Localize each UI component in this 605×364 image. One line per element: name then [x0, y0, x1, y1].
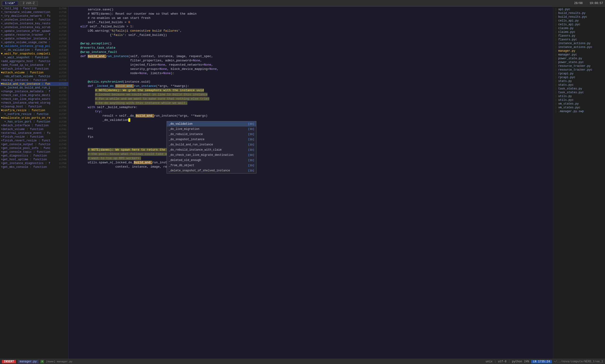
sidebar-item[interactable]: +detach_interface : function|1740 [0, 124, 68, 128]
file-list-item[interactable]: |stats.pyc [553, 83, 605, 87]
file-list-item[interactable]: |instance_actions.py [553, 41, 605, 45]
autocomplete-item[interactable]: _delete_snapshot_of_shelved_instance[ID] [167, 168, 256, 173]
sidebar-item[interactable]: +detach_volume : function|1741 [0, 128, 68, 131]
sidebar-item[interactable]: +_has_sriov_port : function|1739 [0, 120, 68, 124]
sidebar-item[interactable]: ▼deallocate_sriov_ports_on_re|1738 [0, 116, 68, 120]
sidebar-item[interactable]: ▼confirm_resize : function|1736 [0, 109, 68, 112]
sidebar-item[interactable]: +get_host_uptime : function|1749 [0, 158, 68, 161]
file-list-item[interactable]: |rpcapi.pyc [553, 76, 605, 79]
sidebar-item[interactable]: +get_console_topic : function|1747 [0, 150, 68, 154]
sidebar-item[interactable]: +_wait_snapshot : function|1722 [0, 56, 68, 60]
file-list-item[interactable]: |flavors.pyc [553, 38, 605, 41]
file-list-item[interactable]: |manager.py [553, 49, 605, 53]
sidebar-item[interactable]: +_unshelve_instance : functio|1712 [0, 18, 68, 22]
file-list-item[interactable]: |power_state.pyc [553, 60, 605, 64]
autocomplete-item[interactable]: _do_live_migration[ID] [167, 127, 256, 132]
sidebar-item[interactable]: +get_console_output : functio|1745 [0, 143, 68, 146]
sidebar-line-number: |1751 [59, 166, 67, 169]
sidebar-item[interactable]: +_confirm_resize : functio|1737 [0, 112, 68, 116]
sidebar-item[interactable]: +external_instance_event : fu|1742 [0, 131, 68, 135]
file-list-item[interactable]: |build_results.pyc [553, 15, 605, 19]
code-line: exc [69, 127, 553, 131]
autocomplete-item[interactable]: _deleted_old_enough[ID] [167, 158, 256, 163]
code-area[interactable]: service.save() # NOTE(danms): Reset our … [69, 7, 553, 359]
code-line: # for a while and we want to make sure t… [69, 97, 553, 101]
file-list-item[interactable]: |cells_api.pyc [553, 23, 605, 26]
file-list-item[interactable]: |flavors.py [553, 34, 605, 38]
autocomplete-item[interactable]: _do_rebuild_instance_with_claim[ID] [167, 147, 256, 153]
file-list-item[interactable]: |.manager.py.swp [553, 110, 605, 113]
autocomplete-item[interactable]: _do_validation[ID] [167, 121, 256, 127]
sidebar-item[interactable]: +get_mks_console : function|1751 [0, 165, 68, 169]
sidebar-item-text: +_do_validation : function [4, 48, 59, 52]
sidebar-item[interactable]: +_update_instance_after_spawn|1715 [0, 29, 68, 33]
file-list-item[interactable]: |claims.py [553, 26, 605, 30]
file-list-item[interactable]: |cells_api.py [553, 19, 605, 23]
file-list-item[interactable]: |utils.pyc [553, 98, 605, 102]
status-filetype: python [512, 360, 522, 363]
code-content: # to do anything with this instance whil… [80, 101, 553, 105]
sidebar-item[interactable]: ▼attach_volume : function|1726 [0, 71, 68, 75]
sidebar-item[interactable]: ▼_validate_instance_group_pol|1719 [0, 44, 68, 48]
file-list-item[interactable]: |vm_states.py [553, 102, 605, 106]
file-list-item[interactable]: |rpcapi.py [553, 72, 605, 76]
sidebar-item[interactable]: +backup_instance : function|1728 [0, 78, 68, 82]
autocomplete-item[interactable]: _from_db_object[ID] [167, 163, 256, 168]
sidebar-item[interactable]: ▼build_and_run_instance : fun|1729 [0, 82, 68, 86]
sidebar-item[interactable]: +add_aggregate_host : functio|1723 [0, 60, 68, 63]
file-list-item[interactable]: |vm_states.pyc [553, 106, 605, 110]
sidebar-item[interactable]: +_locked_do_build_and_run_i|1730 [0, 86, 68, 90]
sidebar-item-text: +_tail_log : function [1, 7, 59, 10]
sidebar-item[interactable]: +_update_scheduler_instance_i|1717 [0, 37, 68, 41]
sidebar-item[interactable]: +get_console_pool_info : func|1746 [0, 146, 68, 150]
file-list-item[interactable]: |resource_tracker.pyc [553, 68, 605, 72]
ac-item-name: _do_check_can_live_migrate_destination [169, 153, 246, 157]
tab-vim[interactable]: 1:vim* [2, 1, 18, 6]
sidebar-item[interactable]: +finish_revert_resize : funct|1744 [0, 139, 68, 143]
file-list-item[interactable]: |task_states.py [553, 87, 605, 91]
file-list-item[interactable]: |claims.pyc [553, 30, 605, 34]
sidebar-item-text: +_update_volume_usage_cache : [1, 41, 59, 44]
autocomplete-item[interactable]: _do_check_can_live_migrate_destination[I… [167, 153, 256, 158]
autocomplete-dropdown[interactable]: _do_validation[ID]_do_live_migration[ID]… [167, 121, 256, 173]
code-editor[interactable]: service.save() # NOTE(danms): Reset our … [69, 7, 553, 359]
sidebar-item[interactable]: +_unshelve_instance_key_resto|1713 [0, 22, 68, 26]
sidebar-item[interactable]: +_do_validation : function|1720 [0, 48, 68, 52]
file-list-item[interactable]: |power_state.py [553, 57, 605, 60]
autocomplete-item[interactable]: _do_rebuild_instance[ID] [167, 132, 256, 137]
sidebar-item[interactable]: +cleanup_host : function|1735 [0, 105, 68, 109]
sidebar-item[interactable]: +_tail_log : function|1709 [0, 7, 68, 10]
sidebar-item[interactable]: +_update_volume_usage_cache :|1718 [0, 41, 68, 44]
ac-item-type: [ID] [248, 122, 254, 126]
file-list-item[interactable]: |manager.pyc [553, 53, 605, 57]
sidebar-item[interactable]: +do_attach_volume : functio|1727 [0, 75, 68, 78]
autocomplete-item[interactable]: _do_snapshot_instance[ID] [167, 137, 256, 142]
file-list-item[interactable]: |stats.py [553, 79, 605, 83]
sidebar-item[interactable]: +get_instance_diagnostics : f|1750 [0, 161, 68, 165]
file-list-item[interactable]: |task_states.pyc [553, 91, 605, 94]
file-list-item[interactable]: |api.pyc [553, 8, 605, 11]
sidebar-line-number: |1716 [59, 34, 67, 36]
sidebar-item[interactable]: +get_diagnostics : function|1748 [0, 154, 68, 158]
sidebar-item[interactable]: +change_instance_metadata : f|1731 [0, 90, 68, 93]
sidebar-line-number: |1709 [59, 7, 67, 10]
file-list-item[interactable]: |build_results.py [553, 11, 605, 15]
tab-zsh[interactable]: 2 zsh-Z [20, 1, 38, 6]
sidebar-item[interactable]: +check_can_live_migrate_sourc|1733 [0, 97, 68, 101]
sidebar-item[interactable]: ▼_wait_for_snapshots_completi|1721 [0, 52, 68, 56]
sidebar-item[interactable]: +_unshelve_instance_key_scrub|1714 [0, 26, 68, 29]
sidebar-item[interactable]: +_try_deallocate_network : fu|1711 [0, 14, 68, 18]
sidebar-item[interactable]: +add_fixed_ip_to_instance : f|1724 [0, 63, 68, 67]
sidebar-item[interactable]: +finish_resize : function|1743 [0, 135, 68, 139]
sidebar-item[interactable]: +check_instance_shared_storag|1734 [0, 101, 68, 105]
sidebar-item[interactable]: +_update_resource_tracker : f|1716 [0, 33, 68, 37]
sidebar-line-number: |1718 [59, 41, 67, 44]
sidebar-item[interactable]: +_terminate_volume_connection|1710 [0, 10, 68, 14]
sidebar-item-text: ▼build_and_run_instance : fun [1, 82, 59, 86]
autocomplete-item[interactable]: _do_build_and_run_instance[ID] [167, 142, 256, 147]
sidebar-item[interactable]: +check_can_live_migrate_desti|1732 [0, 93, 68, 97]
file-list-item[interactable]: |resource_tracker.py [553, 64, 605, 68]
sidebar-item[interactable]: +attach_interface : function|1725 [0, 67, 68, 71]
file-list-item[interactable]: |instance_actions.pyc [553, 45, 605, 49]
file-list-item[interactable]: |utils.py [553, 94, 605, 98]
